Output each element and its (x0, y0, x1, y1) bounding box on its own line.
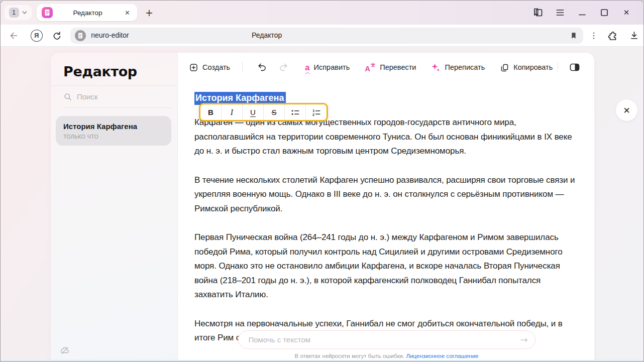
tab-group-chip[interactable]: 1 (5, 5, 32, 20)
page-background: ✕ Редактор История Карфагена только что (1, 47, 643, 362)
panel-toggle-button[interactable] (569, 62, 580, 72)
italic-button[interactable]: I (221, 104, 242, 120)
tab-strip: 1 Редактор ✕ + (1, 1, 643, 25)
copy-label: Копировать (513, 63, 553, 71)
strikethrough-button[interactable]: S (263, 104, 284, 120)
search-input[interactable] (77, 92, 152, 101)
plus-square-icon (189, 63, 198, 72)
license-agreement-link[interactable]: Лицензионное соглашение (406, 353, 478, 359)
undo-icon (257, 62, 267, 73)
app-title: Редактор (51, 53, 177, 85)
menu-icon[interactable] (549, 4, 571, 21)
ai-prompt-input[interactable] (249, 335, 520, 344)
bold-button[interactable]: B (200, 104, 221, 120)
document-canvas[interactable]: История Карфагена B I U S (178, 82, 594, 345)
url-text[interactable]: neuro-editor (91, 31, 129, 39)
browser-window: 1 Редактор ✕ + (0, 0, 644, 362)
underline-button[interactable]: U (242, 104, 263, 120)
format-toolbar-highlighted: B I U S 1 (199, 103, 328, 122)
paragraph[interactable]: В течение нескольких столетий Карфаген у… (194, 173, 575, 216)
minimize-button[interactable] (571, 4, 593, 21)
translate-label: Перевести (380, 63, 416, 71)
search-row (63, 86, 171, 108)
paragraph[interactable]: Первая Пуническая война (264–241 годы до… (194, 230, 575, 302)
editor-main: Создать (178, 53, 594, 362)
yandex-logo-icon[interactable]: Я (31, 30, 43, 42)
ai-disclaimer: В ответах нейросети могут быть ошибки. Л… (178, 353, 594, 359)
translate-icon: A (365, 62, 376, 72)
document-toolbar: Создать (178, 53, 594, 82)
download-icon[interactable] (624, 27, 643, 44)
sidebar-doc-time: только что (63, 134, 164, 140)
smartbox[interactable]: neuro-editor Редактор (70, 28, 583, 44)
tab-editor[interactable]: Редактор ✕ (37, 4, 137, 21)
address-bar-row: Я neuro-editor Редактор ⋮ (1, 25, 643, 47)
toolbar-divider (558, 62, 558, 73)
site-favicon (75, 30, 86, 41)
document-text[interactable]: Карфаген — один из самых могущественных … (194, 115, 575, 345)
maximize-button[interactable] (593, 4, 615, 21)
tab-group-count: 1 (9, 8, 19, 18)
search-icon (63, 92, 72, 101)
redo-icon (278, 62, 289, 73)
tab-close-icon[interactable]: ✕ (123, 8, 132, 18)
svg-text:2: 2 (312, 112, 314, 117)
window-close-button[interactable]: ✕ (615, 4, 637, 21)
undo-button[interactable] (257, 62, 267, 73)
copy-icon (500, 63, 509, 72)
more-menu-icon[interactable]: ⋮ (586, 27, 601, 44)
editor-app-card: Редактор История Карфагена только что (51, 53, 594, 362)
create-label: Создать (202, 63, 230, 71)
create-button[interactable]: Создать (189, 63, 230, 72)
redo-button[interactable] (278, 62, 289, 73)
page-close-button[interactable]: ✕ (616, 99, 637, 121)
address-page-title: Редактор (252, 31, 282, 39)
ai-prompt-bar: → (238, 330, 535, 349)
side-panels-icon[interactable] (527, 4, 549, 21)
bookmark-icon[interactable] (569, 31, 578, 40)
translate-button[interactable]: A Перевести (365, 62, 416, 72)
new-tab-button[interactable]: + (142, 6, 156, 20)
copy-button[interactable]: Копировать (500, 63, 553, 72)
fix-label: Исправить (314, 63, 350, 71)
cloud-off-icon[interactable] (60, 345, 70, 355)
disclaimer-text: В ответах нейросети могут быть ошибки. (295, 353, 406, 359)
sidebar-item-document[interactable]: История Карфагена только что (56, 116, 171, 146)
extensions-puzzle-icon[interactable] (603, 27, 622, 44)
reload-button[interactable] (47, 30, 67, 41)
fix-button[interactable]: a Исправить (305, 63, 350, 72)
tab-title: Редактор (53, 9, 123, 17)
editor-app-icon (42, 7, 53, 18)
numbered-list-button[interactable]: 1 2 (305, 104, 327, 120)
fix-icon: a (305, 63, 309, 72)
bullet-list-icon (290, 107, 300, 117)
numbered-list-icon: 1 2 (311, 107, 321, 117)
back-button[interactable] (4, 30, 24, 41)
rewrite-button[interactable]: Переписать (431, 63, 485, 72)
send-arrow-icon[interactable]: → (520, 334, 527, 345)
bullet-list-button[interactable] (284, 104, 305, 120)
sparkles-icon (431, 63, 441, 72)
rewrite-label: Переписать (445, 63, 485, 71)
sidebar: Редактор История Карфагена только что (51, 53, 178, 362)
toolbar-divider (242, 62, 243, 73)
chevron-down-icon (22, 10, 28, 16)
sidebar-doc-title: История Карфагена (63, 122, 164, 131)
paragraph[interactable]: Карфаген — один из самых могущественных … (194, 115, 575, 159)
panel-toggle-icon (569, 62, 580, 72)
window-bottom-edge (1, 360, 643, 362)
